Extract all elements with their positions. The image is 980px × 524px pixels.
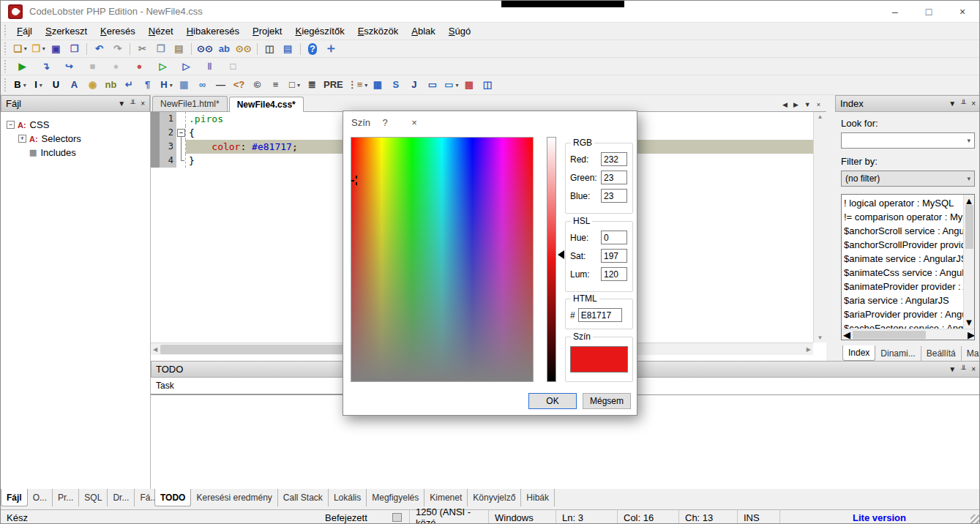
index-list-item[interactable]: $animateCss service : Angular [844, 266, 965, 280]
javascript-icon[interactable]: J▾ [405, 77, 422, 93]
paragraph-icon[interactable]: ¶▾ [139, 77, 156, 93]
index-panel-header[interactable]: Index ▼╨× [835, 95, 980, 112]
index-list-item[interactable]: ! logical operator : MySQL [844, 196, 965, 210]
index-list-item[interactable]: $anchorScrollProvider provide [844, 238, 965, 252]
scroll-left-icon[interactable]: ◀ [153, 346, 157, 353]
index-list-item[interactable]: $animate service : AngularJS [844, 252, 965, 266]
tab-close-icon[interactable]: × [817, 101, 820, 108]
scroll-down-icon[interactable]: ▼ [965, 317, 974, 328]
php-tags-icon[interactable]: <?▾ [231, 77, 247, 93]
index-list[interactable]: ! logical operator : MySQL!= comparison … [841, 194, 975, 340]
replace-icon[interactable]: ab▾ [216, 41, 233, 57]
resize-grip[interactable] [970, 514, 980, 524]
redo-icon[interactable]: ↷▾ [109, 41, 126, 57]
tab-keresesi-eredmeny[interactable]: Keresési eredmény [191, 489, 277, 506]
tab-newfile4-css[interactable]: NewFile4.css* [229, 97, 304, 112]
nbsp-icon[interactable]: nb▾ [102, 77, 119, 93]
border-icon[interactable]: □▾ [285, 77, 302, 93]
tab-fajl[interactable]: Fájl [1, 489, 28, 506]
close-button[interactable]: × [946, 1, 979, 22]
menu-kereses[interactable]: Keresés [94, 23, 142, 39]
panel-close-icon[interactable]: × [971, 100, 976, 108]
image-map-icon[interactable]: ▩▾ [460, 77, 477, 93]
panel-pin-icon[interactable]: ╨ [961, 100, 966, 108]
run-to-cursor-icon[interactable]: ▷▾ [154, 59, 171, 75]
textarea-icon[interactable]: ▭▾ [424, 77, 441, 93]
scroll-right-icon[interactable]: ▶ [968, 329, 975, 340]
menu-eszkozok[interactable]: Eszközök [351, 23, 405, 39]
split-window-icon[interactable]: ◫▾ [261, 41, 278, 57]
dialog-help-icon[interactable]: ? [370, 111, 400, 133]
step-into-icon[interactable]: ↴▾ [37, 59, 54, 75]
find-in-files-icon[interactable]: ⊙⊙▾ [234, 41, 253, 57]
rgb-value-field[interactable] [601, 171, 627, 184]
font-color-icon[interactable]: A▾ [66, 77, 83, 93]
tab-sql[interactable]: SQL [79, 489, 108, 506]
chevron-down-icon[interactable]: ▾ [967, 137, 970, 144]
breakpoint-icon[interactable]: ●▾ [108, 59, 124, 75]
anchor-icon[interactable]: ∞▾ [194, 77, 211, 93]
palette-icon[interactable]: ◉▾ [84, 77, 101, 93]
list-icon[interactable]: ⋮≡▾ [346, 77, 368, 93]
index-list-item[interactable]: $aria service : AngularJS [844, 293, 965, 307]
save-icon[interactable]: ▣▾ [48, 41, 64, 57]
ok-button[interactable]: OK [528, 393, 577, 409]
panel-close-icon[interactable]: × [971, 365, 976, 373]
tab-konyvjelzo[interactable]: Könyvjelző [468, 489, 521, 506]
rgb-value-field[interactable] [601, 189, 627, 203]
tree-item-css[interactable]: − A: CSS [2, 118, 149, 132]
pause-icon[interactable]: Ⅱ▾ [201, 59, 218, 75]
tab-kimenet[interactable]: Kimenet [424, 489, 468, 506]
index-list-item[interactable]: $animateProvider provider : A [844, 280, 965, 293]
select-box-icon[interactable]: ▭▾ [442, 77, 459, 93]
status-encoding[interactable]: 1250 (ANSI - közé [409, 510, 488, 524]
filter-combobox[interactable]: (no filter)▾ [841, 171, 975, 187]
panel-dropdown-icon[interactable]: ▼ [949, 100, 956, 108]
hue-saturation-field[interactable] [351, 137, 534, 382]
look-for-combobox[interactable]: ▾ [841, 132, 975, 149]
hr-icon[interactable]: —▾ [212, 77, 229, 93]
copyright-icon[interactable]: ©▾ [249, 77, 266, 93]
code-template-icon[interactable]: ▤▾ [280, 41, 296, 57]
tab-megfigyeles[interactable]: Megfigyelés [367, 489, 424, 506]
step-over-icon[interactable]: ↪▾ [61, 59, 78, 75]
rgb-value-field[interactable] [601, 152, 627, 166]
menu-ablak[interactable]: Ablak [405, 23, 442, 39]
undo-icon[interactable]: ↶▾ [91, 41, 108, 57]
bold-icon[interactable]: B▾ [11, 77, 28, 93]
tab-map[interactable]: Map [962, 346, 980, 361]
hsl-value-field[interactable] [601, 267, 627, 281]
scroll-right-icon[interactable]: ▶ [807, 346, 811, 353]
run-icon[interactable]: ▶▾ [14, 59, 31, 75]
tab-beallitas[interactable]: Beállítá [921, 346, 962, 361]
index-list-item[interactable]: $ariaProvider provider : Angul [844, 307, 965, 321]
remove-breakpoints-icon[interactable]: ●▾ [131, 59, 148, 75]
run-browser-icon[interactable]: ▷▾ [178, 59, 195, 75]
cancel-button[interactable]: Mégsem [583, 393, 631, 409]
status-eol[interactable]: Windows [488, 510, 556, 524]
minimize-button[interactable]: – [878, 1, 912, 22]
tab-list-icon[interactable]: ▼ [804, 101, 811, 108]
paste-icon[interactable]: ▤▾ [171, 41, 187, 57]
stop-debug-icon[interactable]: □▾ [225, 59, 242, 75]
panel-dropdown-icon[interactable]: ▼ [949, 365, 956, 373]
scroll-down-icon[interactable]: ▼ [818, 334, 823, 341]
table-icon[interactable]: ▦▾ [369, 77, 386, 93]
panel-dropdown-icon[interactable]: ▼ [118, 100, 125, 108]
tab-o[interactable]: O... [28, 489, 53, 506]
tab-pr[interactable]: Pr... [53, 489, 79, 506]
tab-dr[interactable]: Dr... [108, 489, 135, 506]
scroll-left-icon[interactable]: ◀ [843, 329, 850, 340]
scroll-up-icon[interactable]: ▲ [818, 113, 823, 120]
index-vertical-scrollbar[interactable]: ▲ ▼ [963, 195, 974, 329]
copy-icon[interactable]: ❐▾ [152, 41, 169, 57]
status-insert-mode[interactable]: INS [737, 510, 779, 524]
heading-icon[interactable]: H▾ [157, 77, 174, 93]
fullscreen-icon[interactable]: ✛▾ [323, 41, 340, 57]
open-file-icon[interactable]: ❐▾ [29, 41, 46, 57]
tab-index[interactable]: Index [842, 345, 875, 361]
tab-scroll-right-icon[interactable]: ▶ [793, 101, 798, 108]
menu-hibakereses[interactable]: Hibakeresés [180, 23, 246, 39]
maximize-button[interactable]: □ [912, 1, 946, 22]
color-crosshair-icon[interactable] [351, 176, 361, 185]
